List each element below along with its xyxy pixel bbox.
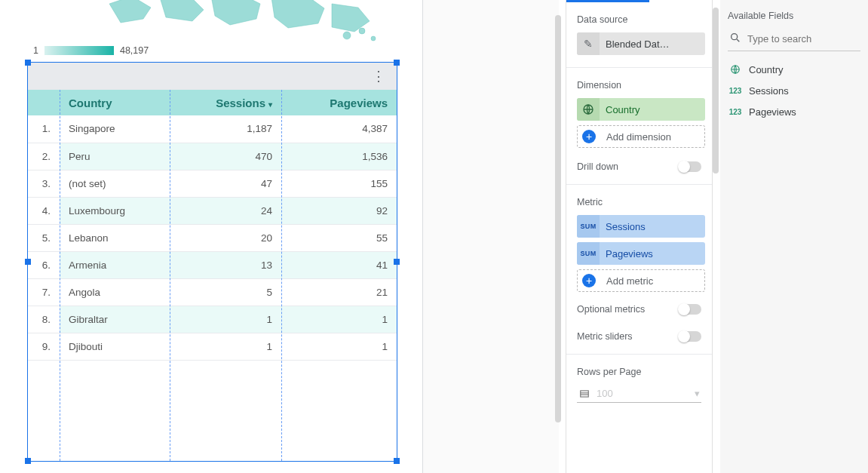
table-row[interactable]: 6.Armenia1341: [28, 251, 397, 278]
row-country: Lebanon: [60, 224, 170, 251]
table-row[interactable]: 5.Lebanon2055: [28, 224, 397, 251]
globe-icon: [728, 64, 743, 75]
row-country: Armenia: [60, 251, 170, 278]
col-country[interactable]: Country: [60, 90, 170, 115]
metric-sliders-toggle[interactable]: [679, 331, 701, 342]
field-label: Country: [749, 64, 784, 75]
row-index: 3.: [28, 170, 60, 197]
metric-value: Sessions: [600, 221, 705, 232]
field-item[interactable]: 123Pageviews: [728, 101, 860, 122]
optional-metrics-label: Optional metrics: [577, 304, 645, 315]
table-row[interactable]: 4.Luxembourg2492: [28, 197, 397, 224]
row-country: Djibouti: [60, 333, 170, 360]
scrollbar[interactable]: [713, 8, 719, 174]
resize-handle[interactable]: [394, 60, 400, 66]
row-country: Luxembourg: [60, 197, 170, 224]
row-sessions: 1: [170, 306, 281, 333]
row-index: 9.: [28, 333, 60, 360]
rows-per-page-label: Rows per Page: [577, 367, 701, 377]
row-sessions: 5: [170, 278, 281, 306]
resize-handle[interactable]: [25, 458, 31, 464]
legend-gradient: [44, 46, 114, 55]
pencil-icon: ✎: [577, 32, 600, 55]
col-pageviews[interactable]: Pageviews: [281, 90, 397, 115]
metric-chip-pageviews[interactable]: SUM Pageviews: [577, 242, 705, 265]
table-toolbar: ⋮: [28, 63, 397, 90]
table-row[interactable]: 2.Peru4701,536: [28, 143, 397, 170]
canvas: 1 48,197 ⋮ Country Sessions Pageviews: [0, 0, 422, 473]
dimension-value: Country: [600, 104, 705, 115]
globe-icon: [577, 98, 600, 121]
row-country: (not set): [60, 170, 170, 197]
table-row[interactable]: 7.Angola521: [28, 278, 397, 306]
scrollbar[interactable]: [555, 15, 561, 422]
svg-point-2: [371, 36, 376, 41]
svg-point-0: [343, 32, 351, 39]
fields-search-input[interactable]: [747, 33, 868, 45]
row-country: Angola: [60, 278, 170, 306]
map-legend: 1 48,197: [33, 45, 149, 56]
row-pageviews: 1: [281, 306, 397, 333]
metric-label: Metric: [577, 197, 701, 207]
row-pageviews: 92: [281, 197, 397, 224]
row-sessions: 47: [170, 170, 281, 197]
dimension-label: Dimension: [577, 80, 701, 91]
row-index: 7.: [28, 278, 60, 306]
row-pageviews: 1,536: [281, 143, 397, 170]
resize-handle[interactable]: [25, 60, 31, 66]
plus-icon: +: [582, 130, 596, 143]
svg-line-8: [737, 39, 739, 41]
row-index: 1.: [28, 115, 60, 143]
legend-min: 1: [33, 45, 38, 56]
row-country: Peru: [60, 143, 170, 170]
row-country: Singapore: [60, 115, 170, 143]
col-sessions[interactable]: Sessions: [170, 90, 281, 115]
add-metric-button[interactable]: + Add metric: [577, 269, 705, 292]
number-icon: 123: [728, 87, 743, 95]
row-pageviews: 21: [281, 278, 397, 306]
table-component[interactable]: ⋮ Country Sessions Pageviews 1.Singapore…: [27, 62, 397, 462]
row-sessions: 24: [170, 197, 281, 224]
fields-title: Available Fields: [728, 11, 860, 21]
row-country: Gibraltar: [60, 306, 170, 333]
field-item[interactable]: 123Sessions: [728, 80, 860, 101]
map-stub: [106, 0, 392, 45]
kebab-menu-icon[interactable]: ⋮: [370, 67, 388, 85]
row-pageviews: 155: [281, 170, 397, 197]
row-index: 6.: [28, 251, 60, 278]
field-label: Pageviews: [749, 106, 796, 118]
metric-chip-sessions[interactable]: SUM Sessions: [577, 215, 705, 238]
table-row[interactable]: 9.Djibouti11: [28, 333, 397, 360]
table-row[interactable]: 8.Gibraltar11: [28, 306, 397, 333]
svg-point-1: [359, 28, 365, 34]
row-pageviews: 1: [281, 333, 397, 360]
resize-handle[interactable]: [25, 259, 31, 265]
data-source-chip[interactable]: ✎ Blended Dat…: [577, 32, 705, 55]
add-dimension-button[interactable]: + Add dimension: [577, 125, 705, 148]
svg-point-7: [732, 34, 738, 40]
row-pageviews: 4,387: [281, 115, 397, 143]
row-sessions: 470: [170, 143, 281, 170]
field-item[interactable]: Country: [728, 59, 860, 80]
table-row[interactable]: 3.(not set)47155: [28, 170, 397, 197]
table-row[interactable]: 1.Singapore1,1874,387: [28, 115, 397, 143]
add-metric-label: Add metric: [600, 275, 704, 287]
resize-handle[interactable]: [394, 259, 400, 265]
legend-max: 48,197: [120, 45, 149, 56]
rows-per-page-value: 100: [597, 388, 613, 399]
search-icon: [729, 32, 741, 46]
drill-down-toggle[interactable]: [679, 161, 701, 172]
col-index: [28, 90, 60, 115]
metric-sliders-label: Metric sliders: [577, 331, 633, 342]
optional-metrics-toggle[interactable]: [679, 304, 701, 315]
row-sessions: 20: [170, 224, 281, 251]
row-sessions: 1,187: [170, 115, 281, 143]
row-index: 8.: [28, 306, 60, 333]
list-icon: [578, 389, 590, 399]
resize-handle[interactable]: [394, 458, 400, 464]
dimension-chip-country[interactable]: Country: [577, 98, 705, 121]
data-source-value: Blended Dat…: [600, 38, 705, 50]
row-index: 4.: [28, 197, 60, 224]
row-index: 2.: [28, 143, 60, 170]
rows-per-page-dropdown[interactable]: 100 ▾: [577, 385, 701, 403]
